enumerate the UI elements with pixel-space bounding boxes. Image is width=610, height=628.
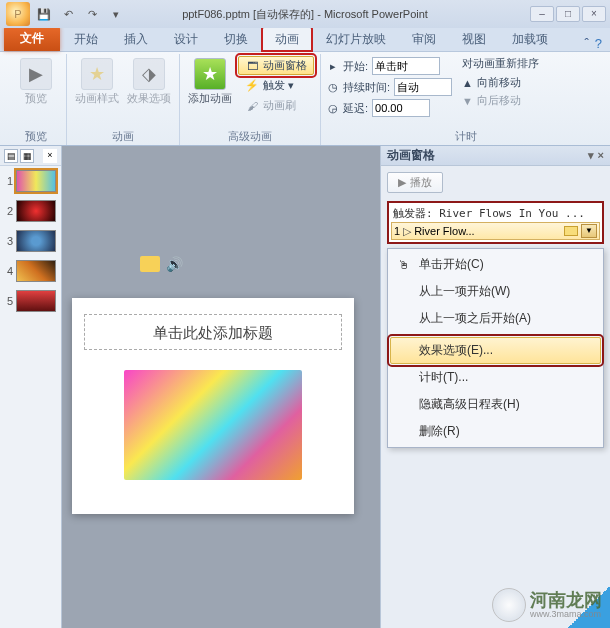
workspace: ▤ ▦ × 1 2 3 4 5 🔊 单击此处添加标题 动画窗格 ▾× ▶ 播放 …	[0, 146, 610, 628]
speaker-icon[interactable]: 🔊	[166, 256, 183, 272]
group-label: 高级动画	[186, 128, 314, 145]
star-icon: ★	[81, 58, 113, 90]
menu-effect-options[interactable]: 效果选项(E)...	[390, 337, 601, 364]
menu-separator	[414, 334, 599, 335]
preview-icon: ▶	[20, 58, 52, 90]
slides-tab-icon[interactable]: ▦	[20, 149, 34, 163]
move-earlier-button[interactable]: ▲向前移动	[462, 75, 539, 90]
ribbon-tabs: 文件 开始 插入 设计 切换 动画 幻灯片放映 审阅 视图 加载项 ˆ ?	[0, 28, 610, 52]
app-icon[interactable]: P	[6, 2, 30, 26]
duration-input[interactable]	[394, 78, 452, 96]
title-bar: P 💾 ↶ ↷ ▾ pptF086.pptm [自动保存的] - Microso…	[0, 0, 610, 28]
animation-pane-header: 动画窗格 ▾×	[381, 146, 610, 166]
start-label: 开始:	[343, 59, 368, 74]
play-button[interactable]: ▶ 播放	[387, 172, 443, 193]
thumbnail-tabs: ▤ ▦ ×	[0, 146, 61, 166]
save-icon[interactable]: 💾	[34, 4, 54, 24]
undo-icon[interactable]: ↶	[58, 4, 78, 24]
preview-button[interactable]: ▶ 预览	[12, 56, 60, 104]
qat-more-icon[interactable]: ▾	[106, 4, 126, 24]
thumbnail-5[interactable]: 5	[0, 286, 61, 316]
move-later-button[interactable]: ▼向后移动	[462, 93, 539, 108]
add-star-icon: ★	[194, 58, 226, 90]
group-timing: ▸ 开始: ◷ 持续时间: ◶ 延迟: 对动画重新排序 ▲向前移动	[321, 54, 610, 145]
menu-after-previous[interactable]: 从上一项之后开始(A)	[390, 305, 601, 332]
add-animation-button[interactable]: ★ 添加动画	[186, 56, 234, 104]
minimize-button[interactable]: –	[530, 6, 554, 22]
timeline-bar	[564, 226, 578, 236]
tab-insert[interactable]: 插入	[112, 27, 160, 51]
group-preview: ▶ 预览 预览	[6, 54, 67, 145]
pane-close-icon[interactable]: ×	[598, 149, 604, 162]
tab-transitions[interactable]: 切换	[212, 27, 260, 51]
trigger-button[interactable]: ⚡ 触发 ▾	[238, 76, 314, 95]
thumbnail-4[interactable]: 4	[0, 256, 61, 286]
brush-icon: 🖌	[245, 99, 259, 113]
thumbnail-1[interactable]: 1	[0, 166, 61, 196]
group-label: 预览	[12, 128, 60, 145]
pane-icon: 🗔	[245, 59, 259, 73]
slide-image[interactable]	[124, 370, 302, 480]
ribbon: ▶ 预览 预览 ★ 动画样式 ⬗ 效果选项 动画 ★ 添加动画	[0, 52, 610, 146]
menu-hide-advanced[interactable]: 隐藏高级日程表(H)	[390, 391, 601, 418]
tab-slideshow[interactable]: 幻灯片放映	[314, 27, 398, 51]
duration-label: 持续时间:	[343, 80, 390, 95]
bolt-icon: ⚡	[245, 79, 259, 93]
animation-pane: 动画窗格 ▾× ▶ 播放 触发器: River Flows In You ...…	[380, 146, 610, 628]
ribbon-minimize-icon[interactable]: ˆ	[584, 36, 588, 51]
audio-icon[interactable]	[140, 256, 160, 272]
play-tri-icon: ▷	[403, 225, 411, 238]
start-input[interactable]	[372, 57, 440, 75]
thumbnail-3[interactable]: 3	[0, 226, 61, 256]
clock-icon: ◷	[327, 81, 339, 94]
menu-with-previous[interactable]: 从上一项开始(W)	[390, 278, 601, 305]
tab-review[interactable]: 审阅	[400, 27, 448, 51]
delay-icon: ◶	[327, 102, 339, 115]
trigger-group: 触发器: River Flows In You ... 1 ▷ River Fl…	[387, 201, 604, 244]
animation-painter-button[interactable]: 🖌 动画刷	[238, 96, 314, 115]
item-dropdown-icon[interactable]: ▼	[581, 224, 597, 238]
tab-animations[interactable]: 动画	[262, 26, 312, 51]
slide-canvas[interactable]: 🔊 单击此处添加标题	[62, 146, 380, 628]
play-arrow-icon: ▶	[398, 176, 406, 189]
animation-styles-button[interactable]: ★ 动画样式	[73, 56, 121, 104]
animation-pane-button[interactable]: 🗔 动画窗格	[238, 56, 314, 75]
menu-remove[interactable]: 删除(R)	[390, 418, 601, 445]
maximize-button[interactable]: □	[556, 6, 580, 22]
tab-home[interactable]: 开始	[62, 27, 110, 51]
slide-title-placeholder[interactable]: 单击此处添加标题	[84, 314, 342, 350]
tab-design[interactable]: 设计	[162, 27, 210, 51]
quick-access-toolbar: P 💾 ↶ ↷ ▾	[0, 2, 132, 26]
effect-icon: ⬗	[133, 58, 165, 90]
watermark-logo-icon	[492, 588, 526, 622]
watermark: 河南龙网 www.3mama.com	[492, 588, 602, 622]
thumbnail-2[interactable]: 2	[0, 196, 61, 226]
trigger-header: 触发器: River Flows In You ...	[391, 205, 600, 222]
window-buttons: – □ ×	[530, 6, 610, 22]
outline-tab-icon[interactable]: ▤	[4, 149, 18, 163]
window-title: pptF086.pptm [自动保存的] - Microsoft PowerPo…	[182, 7, 428, 22]
menu-timing[interactable]: 计时(T)...	[390, 364, 601, 391]
group-label: 动画	[73, 128, 173, 145]
group-label: 计时	[327, 128, 604, 145]
group-advanced: ★ 添加动画 🗔 动画窗格 ⚡ 触发 ▾ 🖌 动画刷 高级动画	[180, 54, 321, 145]
play-icon: ▸	[327, 60, 339, 73]
thumb-close-icon[interactable]: ×	[43, 149, 57, 163]
delay-input[interactable]	[372, 99, 430, 117]
menu-click-start[interactable]: 🖱 单击开始(C)	[390, 251, 601, 278]
effect-options-button[interactable]: ⬗ 效果选项	[125, 56, 173, 104]
tab-file[interactable]: 文件	[4, 26, 60, 51]
pane-dropdown-icon[interactable]: ▾	[588, 149, 594, 162]
tab-addins[interactable]: 加载项	[500, 27, 560, 51]
reorder-label: 对动画重新排序	[462, 56, 539, 71]
slide[interactable]: 单击此处添加标题	[72, 298, 354, 514]
tab-view[interactable]: 视图	[450, 27, 498, 51]
delay-label: 延迟:	[343, 101, 368, 116]
close-button[interactable]: ×	[582, 6, 606, 22]
context-menu: 🖱 单击开始(C) 从上一项开始(W) 从上一项之后开始(A) 效果选项(E).…	[387, 248, 604, 448]
mouse-icon: 🖱	[395, 257, 413, 273]
animation-item[interactable]: 1 ▷ River Flow... ▼	[391, 222, 600, 240]
help-icon[interactable]: ?	[595, 36, 602, 51]
group-animation: ★ 动画样式 ⬗ 效果选项 动画	[67, 54, 180, 145]
redo-icon[interactable]: ↷	[82, 4, 102, 24]
